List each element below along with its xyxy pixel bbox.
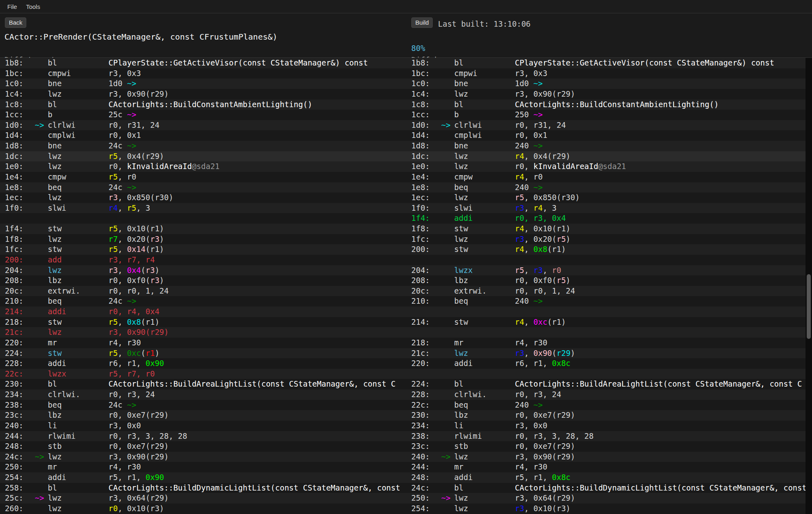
- asm-operand: @sda21: [192, 162, 220, 171]
- asm-address: 1e4:: [5, 172, 35, 182]
- asm-row[interactable]: 1e0:lwzr0, kInvalidAreaId@sda211e0:lwzr0…: [0, 161, 812, 172]
- asm-mnemonic: extrwi.: [454, 286, 515, 296]
- menu-bar: File Tools: [0, 0, 812, 13]
- asm-operand: 0x90: [146, 473, 164, 482]
- menu-item-file[interactable]: File: [7, 3, 17, 10]
- asm-row[interactable]: 1d8:bne24c ~>1d8:bne240 ~>: [0, 141, 812, 151]
- build-button[interactable]: Build: [411, 17, 433, 28]
- asm-operand: 250: [515, 110, 534, 119]
- asm-row[interactable]: 1e4:cmpwr5, r01e4:cmpwr4, r0: [0, 172, 812, 182]
- asm-operand: r3, 0x90(r29): [108, 328, 169, 336]
- asm-mnemonic: b: [48, 110, 108, 120]
- asm-row[interactable]: 238:beq24c ~>22c:beq240 ~>: [0, 400, 812, 410]
- asm-cell-left: 248:stbr0, 0xe7(r29): [0, 441, 406, 452]
- asm-operand: ): [155, 266, 159, 275]
- asm-row[interactable]: 1bc:cmpwir3, 0x31bc:cmpwir3, 0x3: [0, 68, 812, 79]
- asm-operand: CActorLights::BuildConstantAmbientLighti…: [108, 100, 312, 109]
- asm-row[interactable]: 254:addir5, r1, 0x90248:addir5, r1, 0x8c: [0, 472, 812, 483]
- asm-row[interactable]: 258:blCActorLights::BuildDynamicLightLis…: [0, 483, 812, 493]
- asm-operand: CPlayerState::GetActiveVisor(const CStat…: [515, 58, 774, 67]
- asm-operand: 0x90: [534, 349, 552, 357]
- asm-row[interactable]: 1c0:bne1d0 ~>1c0:bne1d0 ~>: [0, 78, 812, 89]
- asm-cell-left: 1dc:lwzr5, 0x4(r29): [0, 151, 406, 162]
- asm-row[interactable]: 1f8:lwzr7, 0x20(r3)1fc:lwzr3, 0x20(r5): [0, 234, 812, 245]
- asm-row[interactable]: 260:lwzr0, 0x10(r3)254:lwzr3, 0x10(r3): [0, 503, 812, 514]
- asm-row[interactable]: 1ec:lwzr3, 0x850(r30)1ec:lwzr5, 0x850(r3…: [0, 192, 812, 203]
- asm-row[interactable]: 1e8:beq24c ~>1e8:beq240 ~>: [0, 182, 812, 193]
- asm-row[interactable]: 1f4:addir0, r3, 0x4: [0, 213, 812, 224]
- asm-row[interactable]: 1d4:cmplwir0, 0x11d4:cmplwir0, 0x1: [0, 130, 812, 141]
- asm-row[interactable]: 250:mrr4, r30244:mrr4, r30: [0, 462, 812, 472]
- asm-row[interactable]: 1b8:blCPlayerState::GetActiveVisor(const…: [0, 58, 812, 68]
- asm-cell-left: 1b8:blCPlayerState::GetActiveVisor(const…: [0, 58, 406, 68]
- asm-operand: r0, 0xf0(: [108, 276, 150, 285]
- asm-row[interactable]: 1c4:lwzr3, 0x90(r29)1c4:lwzr3, 0x90(r29): [0, 89, 812, 99]
- asm-cell-left: 210:beq24c ~>: [0, 296, 406, 307]
- back-button[interactable]: Back: [5, 17, 26, 28]
- asm-row[interactable]: 204:lwzr3, 0x4(r3)204:lwzxr5, r3, r0: [0, 265, 812, 276]
- asm-row[interactable]: 20c:extrwi.r0, r0, 1, 2420c:extrwi.r0, r…: [0, 286, 812, 296]
- asm-address: 240:: [411, 452, 441, 462]
- asm-operand: , 0x10(r1): [524, 224, 570, 233]
- asm-operand: @sda21: [598, 162, 626, 171]
- asm-row[interactable]: 210:beq24c ~>210:beq240 ~>: [0, 296, 812, 307]
- asm-operand: 0x8c: [552, 473, 571, 482]
- asm-row[interactable]: 234:clrlwi.r0, r3, 24228:clrlwi.r0, r3, …: [0, 389, 812, 400]
- asm-row[interactable]: 1f0:slwir4, r5, 31f0:slwir3, r4, 3: [0, 203, 812, 214]
- asm-cell-right: 24c:blCActorLights::BuildDynamicLightLis…: [406, 483, 812, 493]
- asm-cell-left: 250:mrr4, r30: [0, 462, 406, 472]
- asm-cell-left: 224:stwr5, 0xc(r1): [0, 348, 406, 359]
- asm-address: 240:: [5, 421, 35, 431]
- scrollbar-track[interactable]: [806, 58, 812, 514]
- asm-row[interactable]: 1fc:stwr5, 0x14(r1)200:stwr4, 0x8(r1): [0, 244, 812, 255]
- asm-cell-left: 200:addr3, r7, r4: [0, 255, 406, 265]
- asm-cell-left: 1f4:stwr5, 0x10(r1): [0, 224, 406, 234]
- asm-address: 1d0:: [411, 120, 441, 131]
- asm-row[interactable]: 208:lbzr0, 0xf0(r3)208:lbzr0, 0xf0(r5): [0, 275, 812, 286]
- asm-row[interactable]: 220:mrr4, r30218:mrr4, r30: [0, 338, 812, 348]
- diff-header: Back CActor::PreRender(CStateManager&, c…: [0, 13, 812, 58]
- asm-operand: ,: [118, 317, 127, 326]
- asm-row[interactable]: 228:addir6, r1, 0x90220:addir6, r1, 0x8c: [0, 358, 812, 369]
- asm-row[interactable]: 218:stwr5, 0x8(r1)214:stwr4, 0xc(r1): [0, 317, 812, 328]
- asm-row[interactable]: 24c:~>lwzr3, 0x90(r29)240:~>lwzr3, 0x90(…: [0, 452, 812, 462]
- asm-operand: r3, 0x3: [108, 69, 141, 78]
- asm-row[interactable]: 25c:~>lwzr3, 0x64(r29)250:~>lwzr3, 0x64(…: [0, 493, 812, 503]
- asm-operand: 1d0: [108, 79, 127, 88]
- asm-row[interactable]: 23c:lbzr0, 0xe7(r29)230:lbzr0, 0xe7(r29): [0, 410, 812, 421]
- asm-operand: kInvalidAreaId: [534, 162, 598, 171]
- asm-row[interactable]: 21c:lwzr3, 0x90(r29): [0, 327, 812, 338]
- asm-mnemonic: lwz: [48, 151, 108, 162]
- asm-row[interactable]: 1f4:stwr5, 0x10(r1)1f8:stwr4, 0x10(r1): [0, 224, 812, 234]
- asm-row[interactable]: 240:lir3, 0x0234:lir3, 0x0: [0, 421, 812, 431]
- asm-operand: r0, 0x1: [515, 131, 547, 140]
- asm-address: 1bc:: [411, 68, 441, 79]
- asm-address: 1d4:: [411, 130, 441, 141]
- branch-arrow-icon: ~>: [534, 110, 543, 119]
- scrollbar-thumb[interactable]: [807, 274, 811, 339]
- asm-row[interactable]: 244:rlwimir0, r3, 3, 28, 28238:rlwimir0,…: [0, 431, 812, 442]
- asm-row[interactable]: 230:blCActorLights::BuildAreaLightList(c…: [0, 379, 812, 389]
- asm-row[interactable]: 1c8:blCActorLights::BuildConstantAmbient…: [0, 99, 812, 110]
- asm-row[interactable]: 22c:lwzxr5, r7, r0: [0, 369, 812, 379]
- asm-row[interactable]: 224:stwr5, 0xc(r1)21c:lwzr3, 0x90(r29): [0, 348, 812, 359]
- asm-operand: r0, 0x1: [108, 131, 141, 140]
- asm-cell-right: 1d4:cmplwir0, 0x1: [406, 130, 812, 141]
- asm-cell-right: 240:~>lwzr3, 0x90(r29): [406, 452, 812, 462]
- asm-mnemonic: rlwimi: [48, 431, 108, 442]
- asm-operand: r5, r1,: [515, 473, 552, 482]
- asm-row[interactable]: 214:addir0, r4, 0x4: [0, 307, 812, 317]
- asm-address: 1f0:: [5, 203, 35, 214]
- asm-mnemonic: lwz: [48, 192, 108, 203]
- branch-target-arrow-icon: ~>: [441, 493, 454, 503]
- asm-mnemonic: stw: [454, 224, 515, 234]
- asm-row[interactable]: 248:stbr0, 0xe7(r29)23c:stbr0, 0xe7(r29): [0, 441, 812, 452]
- asm-operand: r4, r30: [108, 462, 141, 471]
- asm-row[interactable]: 1dc:lwzr5, 0x4(r29)1dc:lwzr4, 0x4(r29): [0, 151, 812, 162]
- asm-row[interactable]: 1cc:b25c ~>1cc:b250 ~>: [0, 110, 812, 120]
- asm-row[interactable]: 1d0:~>clrlwir0, r31, 241d0:~>clrlwir0, r…: [0, 120, 812, 131]
- asm-cell-left: 1ec:lwzr3, 0x850(r30): [0, 192, 406, 203]
- asm-operand: r3, 0x0: [108, 421, 141, 430]
- menu-item-tools[interactable]: Tools: [26, 3, 40, 10]
- asm-row[interactable]: 200:addr3, r7, r4: [0, 255, 812, 265]
